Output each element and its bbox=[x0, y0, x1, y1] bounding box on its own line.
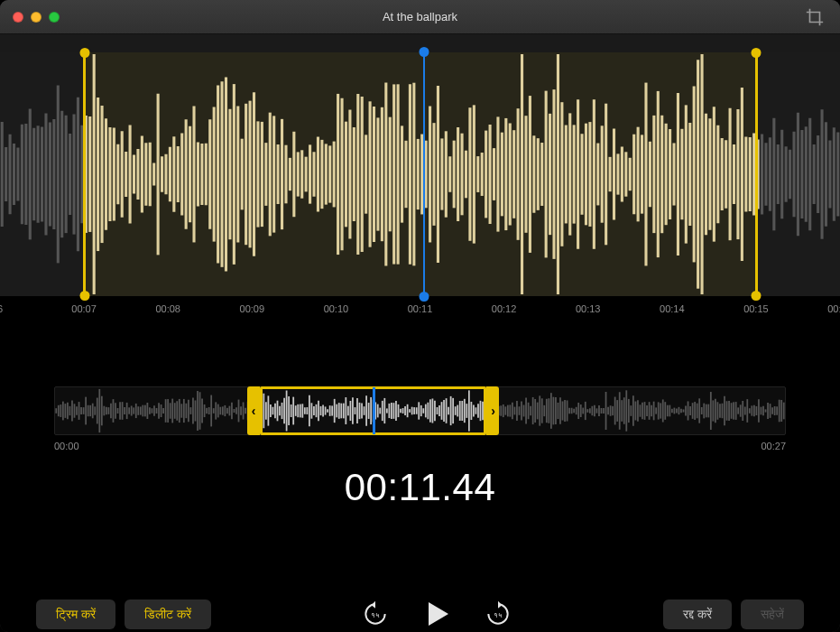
skip-forward-button[interactable]: १५ bbox=[482, 598, 514, 630]
trim-handle-start[interactable] bbox=[83, 52, 86, 296]
app-window: At the ballpark bbox=[0, 0, 840, 632]
main-waveform[interactable] bbox=[0, 52, 840, 296]
overview-waveform[interactable]: ‹ › bbox=[54, 386, 786, 435]
time-tick: 00:10 bbox=[324, 303, 349, 314]
skip-back-button[interactable]: १५ bbox=[359, 598, 392, 630]
selection-region bbox=[84, 52, 756, 296]
traffic-lights bbox=[13, 12, 60, 23]
delete-button[interactable]: डिलीट करें bbox=[125, 599, 211, 629]
time-tick: 6 bbox=[0, 303, 3, 314]
time-tick: 00:14 bbox=[660, 303, 685, 314]
time-tick: 00:15 bbox=[743, 303, 769, 314]
close-window-button[interactable] bbox=[13, 12, 23, 23]
time-tick: 00:12 bbox=[492, 303, 517, 314]
zoom-window-button[interactable] bbox=[49, 12, 60, 23]
trim-mode-button[interactable] bbox=[798, 5, 831, 29]
overview-start-label: 00:00 bbox=[54, 441, 79, 451]
svg-text:१५: १५ bbox=[494, 611, 503, 619]
minimize-window-button[interactable] bbox=[31, 12, 42, 23]
trim-button[interactable]: ट्रिम करें bbox=[36, 599, 115, 629]
time-tick: 00:07 bbox=[71, 303, 97, 314]
main-waveform-area: 600:0700:0800:0900:1000:1100:1200:1300:1… bbox=[0, 52, 840, 350]
time-tick: 00:11 bbox=[408, 303, 433, 314]
trim-handle-end[interactable] bbox=[755, 52, 758, 296]
overview-end-label: 00:27 bbox=[761, 441, 786, 451]
time-ruler: 600:0700:0800:0900:1000:1100:1200:1300:1… bbox=[0, 303, 840, 321]
editor-content: 600:0700:0800:0900:1000:1100:1200:1300:1… bbox=[0, 52, 840, 632]
time-tick: 00:16 bbox=[827, 303, 840, 314]
time-tick: 00:09 bbox=[240, 303, 265, 314]
control-bar: ट्रिम करें डिलीट करें १५ bbox=[0, 594, 840, 632]
overview-ruler: 00:00 00:27 bbox=[54, 441, 786, 457]
playhead[interactable] bbox=[423, 52, 425, 296]
window-title: At the ballpark bbox=[383, 10, 457, 23]
time-tick: 00:13 bbox=[576, 303, 601, 314]
overview-handle-right[interactable]: › bbox=[486, 386, 499, 435]
svg-text:१५: १५ bbox=[371, 611, 380, 619]
current-time-display: 00:11.44 bbox=[0, 466, 840, 509]
save-button[interactable]: सहेजें bbox=[741, 599, 804, 629]
overview-handle-left[interactable]: ‹ bbox=[247, 386, 260, 435]
play-button[interactable] bbox=[417, 594, 457, 632]
time-tick: 00:08 bbox=[155, 303, 180, 314]
overview-area: ‹ › 00:00 00:27 bbox=[54, 386, 786, 441]
overview-playhead bbox=[373, 387, 375, 434]
cancel-button[interactable]: रद्द करें bbox=[663, 599, 732, 629]
titlebar: At the ballpark bbox=[0, 0, 840, 34]
